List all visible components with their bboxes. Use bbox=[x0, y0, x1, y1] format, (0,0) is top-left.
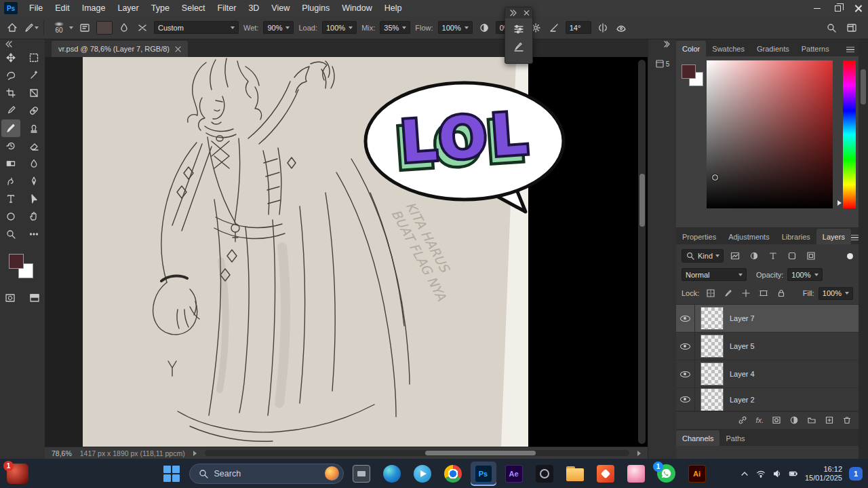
layer-row[interactable]: Layer 2 bbox=[676, 388, 859, 411]
layer-visibility-toggle[interactable] bbox=[676, 388, 695, 411]
panels-scrollbar[interactable] bbox=[859, 39, 868, 459]
layer-row[interactable]: Layer 4 bbox=[676, 360, 859, 388]
restore-button[interactable] bbox=[827, 0, 848, 16]
collapsed-history-panel-button[interactable]: 5 bbox=[652, 54, 673, 73]
after-effects-icon[interactable]: Ae bbox=[501, 462, 527, 486]
notification-count-badge[interactable]: 1 bbox=[849, 467, 863, 481]
brush-settings-toggle[interactable] bbox=[78, 20, 92, 36]
tray-chevron-up-icon[interactable] bbox=[740, 469, 749, 478]
move-tool[interactable] bbox=[1, 49, 20, 67]
dark-rings-app-icon[interactable] bbox=[532, 462, 557, 486]
menu-help[interactable]: Help bbox=[378, 0, 408, 16]
panel-menu-icon[interactable] bbox=[846, 47, 854, 53]
lock-position-icon[interactable] bbox=[738, 286, 753, 300]
panels-scrollbar-thumb[interactable] bbox=[861, 69, 866, 105]
wet-dropdown[interactable]: 90% bbox=[263, 21, 294, 34]
layer-visibility-toggle[interactable] bbox=[676, 360, 695, 388]
illustrator-icon[interactable]: Ai bbox=[684, 462, 710, 486]
menu-window[interactable]: Window bbox=[336, 0, 378, 16]
blend-mode-dropdown[interactable]: Normal bbox=[682, 268, 747, 281]
eraser-tool[interactable] bbox=[24, 137, 43, 155]
airbrush-toggle[interactable] bbox=[477, 20, 491, 36]
layer-thumbnail[interactable] bbox=[701, 388, 724, 411]
lock-all-icon[interactable] bbox=[774, 286, 789, 300]
object-selection-tool[interactable] bbox=[24, 67, 43, 84]
volume-icon[interactable] bbox=[772, 469, 782, 478]
file-explorer-icon[interactable] bbox=[562, 462, 588, 486]
scroll-right-icon[interactable] bbox=[637, 451, 641, 456]
path-selection-tool[interactable] bbox=[24, 190, 43, 208]
tab-properties[interactable]: Properties bbox=[676, 229, 722, 244]
mixer-brush-load-icon[interactable] bbox=[117, 20, 131, 36]
minimize-button[interactable] bbox=[807, 0, 827, 16]
widgets-button[interactable]: 1 bbox=[4, 462, 39, 485]
edge-icon[interactable] bbox=[379, 462, 405, 486]
history-brush-tool[interactable] bbox=[1, 137, 20, 155]
horizontal-scrollbar[interactable] bbox=[205, 450, 629, 456]
healing-brush-tool[interactable] bbox=[24, 102, 43, 119]
menu-layer[interactable]: Layer bbox=[111, 0, 144, 16]
orange-app-icon[interactable] bbox=[593, 462, 618, 486]
hue-slider-marker[interactable] bbox=[837, 200, 842, 206]
symmetry-button[interactable] bbox=[596, 20, 610, 36]
tab-patterns[interactable]: Patterns bbox=[795, 41, 835, 56]
menu-filter[interactable]: Filter bbox=[212, 0, 243, 16]
opacity-dropdown[interactable]: 100% bbox=[787, 268, 822, 281]
crop-tool[interactable] bbox=[1, 84, 20, 102]
document-tab[interactable]: vr.psd @ 78,6% (Layer 7, RGB/8) bbox=[52, 41, 188, 57]
mixer-brush-clean-icon[interactable] bbox=[136, 20, 149, 36]
foreground-color-swatch[interactable] bbox=[9, 254, 24, 269]
mix-dropdown[interactable]: 35% bbox=[380, 21, 410, 34]
blur-tool[interactable] bbox=[24, 155, 43, 172]
gradient-tool[interactable] bbox=[1, 155, 20, 172]
filter-toggle[interactable] bbox=[847, 253, 853, 259]
add-layer-mask-icon[interactable] bbox=[772, 415, 781, 425]
start-button[interactable] bbox=[159, 462, 184, 486]
zoom-level[interactable]: 78,6% bbox=[52, 449, 72, 457]
load-dropdown[interactable]: 100% bbox=[322, 21, 357, 34]
pen-tool[interactable] bbox=[24, 172, 43, 190]
frame-tool[interactable] bbox=[24, 84, 43, 102]
tab-close-icon[interactable] bbox=[175, 46, 181, 52]
filter-shape-layers-icon[interactable] bbox=[785, 249, 800, 263]
canvas-viewport[interactable]: KITA HARUS BUAT FLAG NYA LOL LOL bbox=[45, 57, 648, 447]
brush-tool[interactable] bbox=[1, 119, 20, 137]
close-button[interactable] bbox=[848, 0, 868, 16]
layer-thumbnail[interactable] bbox=[701, 362, 724, 386]
layer-filter-dropdown[interactable]: Kind bbox=[682, 249, 724, 263]
flow-dropdown[interactable]: 100% bbox=[438, 21, 473, 34]
wifi-icon[interactable] bbox=[756, 469, 766, 478]
smudge-tool[interactable] bbox=[1, 172, 20, 190]
preset-dropdown[interactable]: Custom bbox=[154, 21, 239, 34]
brush-preset-picker[interactable]: 60 bbox=[49, 20, 73, 36]
vertical-scrollbar[interactable] bbox=[638, 60, 646, 444]
menu-plugins[interactable]: Plugins bbox=[296, 0, 336, 16]
foreground-color-swatch[interactable] bbox=[682, 64, 696, 79]
collapse-panels-icon[interactable] bbox=[663, 39, 672, 49]
taskbar-clock[interactable]: 16:12 15/01/2025 bbox=[805, 465, 842, 483]
delete-layer-icon[interactable] bbox=[842, 415, 852, 425]
hue-slider[interactable] bbox=[843, 60, 856, 208]
angle-input[interactable]: 14° bbox=[566, 21, 591, 34]
battery-icon[interactable] bbox=[789, 469, 798, 478]
menu-3d[interactable]: 3D bbox=[242, 0, 265, 16]
zoom-tool[interactable] bbox=[1, 225, 20, 243]
window-app-icon[interactable] bbox=[349, 462, 374, 486]
filter-type-layers-icon[interactable] bbox=[766, 249, 781, 263]
layer-effects-icon[interactable]: fx. bbox=[755, 416, 764, 424]
hand-tool[interactable] bbox=[24, 208, 43, 225]
telegram-icon[interactable] bbox=[410, 462, 435, 486]
new-layer-icon[interactable] bbox=[825, 415, 834, 425]
more-tools-icon[interactable] bbox=[24, 225, 43, 243]
lasso-tool[interactable] bbox=[1, 67, 20, 84]
eyedropper-tool[interactable] bbox=[1, 102, 20, 119]
horizontal-scrollbar-thumb[interactable] bbox=[425, 451, 536, 455]
clone-stamp-tool[interactable] bbox=[24, 119, 43, 137]
tool-preset-button[interactable] bbox=[24, 20, 39, 36]
quick-mask-button[interactable] bbox=[1, 289, 20, 307]
stroke-preview[interactable] bbox=[96, 21, 113, 35]
lock-transparency-icon[interactable] bbox=[703, 286, 718, 300]
filter-adjustment-layers-icon[interactable] bbox=[747, 249, 762, 263]
tab-gradients[interactable]: Gradients bbox=[751, 41, 795, 56]
lock-paint-icon[interactable] bbox=[721, 286, 736, 300]
